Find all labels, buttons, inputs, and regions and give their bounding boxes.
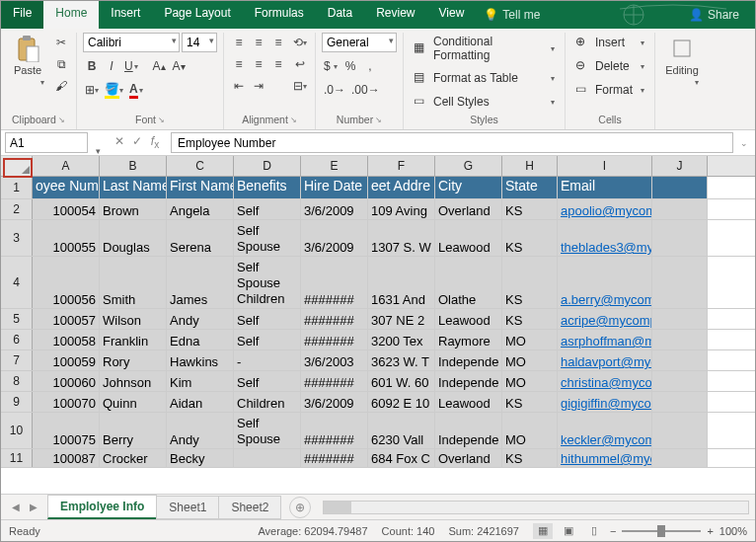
sheet-tab-active[interactable]: Emplolyee Info	[47, 495, 157, 519]
cell[interactable]: theblades3@mycom	[558, 220, 652, 256]
cell[interactable]: Self Spouse	[234, 413, 301, 448]
cell[interactable]: apoolio@mycompan	[558, 199, 652, 219]
cell[interactable]	[652, 413, 708, 448]
cell[interactable]: 100075	[33, 413, 100, 448]
zoom-out[interactable]: −	[610, 525, 616, 537]
row-header[interactable]: 6	[1, 330, 33, 349]
tab-file[interactable]: File	[1, 1, 43, 29]
format-cells[interactable]: ▭Format▾	[571, 80, 648, 100]
cell[interactable]: Benefits	[234, 177, 301, 198]
increase-decimal[interactable]: .0→	[322, 80, 347, 100]
cell[interactable]: 1307 S. W	[368, 220, 435, 256]
sheet-tab-1[interactable]: Sheet1	[156, 496, 219, 519]
cell[interactable]: KS	[502, 392, 558, 412]
cell-styles[interactable]: ▭Cell Styles▾	[410, 92, 559, 112]
cell[interactable]: 109 Aving	[368, 199, 435, 219]
italic-button[interactable]: I	[103, 56, 120, 76]
cell[interactable]: Last Name	[100, 177, 167, 198]
cell[interactable]: 100058	[33, 330, 100, 349]
cell[interactable]	[652, 330, 708, 349]
formula-input[interactable]	[171, 132, 733, 153]
cell[interactable]: #######	[301, 257, 368, 308]
percent-button[interactable]: %	[341, 56, 359, 76]
format-as-table[interactable]: ▤Format as Table▾	[410, 68, 559, 88]
cell[interactable]: Children	[234, 392, 301, 412]
cell[interactable]: Self	[234, 199, 301, 219]
cell[interactable]: 6092 E 10	[368, 392, 435, 412]
cell[interactable]: hithummel@mycom	[558, 449, 652, 467]
cell[interactable]: MO	[502, 371, 558, 391]
cell[interactable]: Andy	[167, 413, 234, 448]
row-header[interactable]: 1	[1, 177, 33, 198]
font-size-select[interactable]	[182, 33, 217, 52]
increase-indent[interactable]: ⇥	[250, 76, 267, 96]
cell[interactable]: 684 Fox C	[368, 449, 435, 467]
cell[interactable]	[652, 177, 708, 198]
cell[interactable]: Self	[234, 309, 301, 329]
align-middle[interactable]: ≡	[250, 33, 267, 52]
row-header[interactable]: 2	[1, 199, 33, 219]
tab-insert[interactable]: Insert	[99, 1, 152, 29]
fill-color-button[interactable]: 🪣▾	[103, 80, 125, 100]
zoom-in[interactable]: +	[707, 525, 713, 537]
cancel-formula[interactable]: ✕	[112, 134, 127, 150]
cell[interactable]: Rory	[100, 350, 167, 370]
new-sheet-button[interactable]: ⊕	[289, 497, 311, 518]
cell[interactable]: James	[167, 257, 234, 308]
cell[interactable]: Aidan	[167, 392, 234, 412]
cell[interactable]: Angela	[167, 199, 234, 219]
cell[interactable]: Becky	[167, 449, 234, 467]
cell[interactable]: Hire Date	[301, 177, 368, 198]
cell[interactable]: MO	[502, 330, 558, 349]
row-header[interactable]: 5	[1, 309, 33, 329]
row-header[interactable]: 8	[1, 371, 33, 391]
underline-button[interactable]: U▾	[122, 56, 140, 76]
cell[interactable]: asrphoffman@myco	[558, 330, 652, 349]
increase-font-button[interactable]: A▴	[150, 56, 168, 76]
cell[interactable]: haldavport@mycom	[558, 350, 652, 370]
bold-button[interactable]: B	[83, 56, 101, 76]
cell[interactable]: 100070	[33, 392, 100, 412]
tab-home[interactable]: Home	[43, 1, 99, 29]
cell[interactable]	[652, 449, 708, 467]
cell[interactable]: oyee Num	[33, 177, 100, 198]
cell[interactable]: State	[502, 177, 558, 198]
cell[interactable]	[652, 309, 708, 329]
cell[interactable]: 3/6/2009	[301, 199, 368, 219]
tab-page-layout[interactable]: Page Layout	[152, 1, 242, 29]
col-header-F[interactable]: F	[368, 156, 435, 176]
tab-formulas[interactable]: Formulas	[243, 1, 316, 29]
cell[interactable]: Self Spouse	[234, 220, 301, 256]
col-header-D[interactable]: D	[234, 156, 301, 176]
cell[interactable]: Independe	[435, 350, 502, 370]
row-header[interactable]: 3	[1, 220, 33, 256]
decrease-indent[interactable]: ⇤	[230, 76, 248, 96]
copy-button[interactable]: ⧉	[52, 54, 70, 74]
merge-button[interactable]: ⊟▾	[291, 76, 309, 96]
cell[interactable]: 3/6/2003	[301, 350, 368, 370]
insert-cells[interactable]: ⊕Insert▾	[571, 33, 648, 52]
row-header[interactable]: 9	[1, 392, 33, 412]
cell[interactable]: christina@mycompa	[558, 371, 652, 391]
row-header[interactable]: 11	[1, 449, 33, 467]
currency-button[interactable]: $▾	[322, 56, 340, 76]
decrease-font-button[interactable]: A▾	[170, 56, 188, 76]
cell[interactable]: Overland	[435, 199, 502, 219]
cell[interactable]	[234, 449, 301, 467]
cell[interactable]: KS	[502, 309, 558, 329]
cell[interactable]: 3200 Tex	[368, 330, 435, 349]
cell[interactable]: keckler@mycompan	[558, 413, 652, 448]
cell[interactable]	[652, 257, 708, 308]
cell[interactable]: MO	[502, 413, 558, 448]
wrap-text-button[interactable]: ↩	[291, 54, 309, 74]
col-header-B[interactable]: B	[100, 156, 167, 176]
cell[interactable]	[652, 392, 708, 412]
align-center[interactable]: ≡	[250, 54, 267, 74]
zoom-slider[interactable]	[622, 530, 701, 532]
tab-data[interactable]: Data	[316, 1, 364, 29]
tab-view[interactable]: View	[427, 1, 477, 29]
cell[interactable]: Overland	[435, 449, 502, 467]
cut-button[interactable]: ✂	[52, 33, 70, 52]
sheet-nav-next[interactable]: ▶	[25, 502, 42, 512]
expand-formula-bar[interactable]: ⌄	[737, 138, 751, 148]
